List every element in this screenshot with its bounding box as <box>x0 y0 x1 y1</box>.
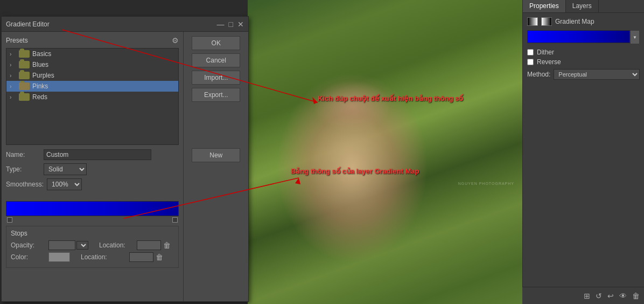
preset-group-purples[interactable]: › Purples <box>6 70 178 81</box>
gear-icon[interactable]: ⚙ <box>172 36 179 45</box>
properties-panel: Properties Layers Gradient Map ▼ Dither … <box>522 0 644 304</box>
export-button[interactable]: Export... <box>192 88 240 102</box>
preset-group-reds[interactable]: › Reds <box>6 92 178 102</box>
photo-background: NGUYEN PHOTOGRAPHY Kích đúp chuột để xuấ… <box>248 0 522 304</box>
dialog-body: Presets ⚙ › Basics › Blues › Pur <box>2 32 248 301</box>
method-row: Method: Perceptual Linear Classic <box>527 69 640 80</box>
opacity-location-input[interactable] <box>137 240 161 250</box>
dither-row: Dither <box>527 49 640 56</box>
toolbar-redo-icon[interactable]: ↺ <box>596 292 602 300</box>
opacity-input[interactable] <box>48 240 75 250</box>
toolbar-delete-icon[interactable]: 🗑 <box>632 292 640 300</box>
preset-arrow-pinks: › <box>10 84 16 89</box>
gradient-stops <box>6 216 179 224</box>
tab-layers[interactable]: Layers <box>566 0 599 12</box>
name-row: Name: <box>6 149 179 160</box>
cancel-button[interactable]: Cancel <box>192 53 240 67</box>
name-input[interactable] <box>44 149 151 160</box>
new-button[interactable]: New <box>192 148 240 162</box>
watermark: NGUYEN PHOTOGRAPHY <box>458 182 514 185</box>
prop-title-text: Gradient Map <box>555 18 594 25</box>
annotation-text-1: Kích đúp chuột để xuất hiện bảng thông s… <box>318 94 463 102</box>
preset-folder-blues <box>19 61 30 68</box>
smoothness-select[interactable]: 100% 75% 50% <box>47 178 82 190</box>
presets-list[interactable]: › Basics › Blues › Purples › Pin <box>6 48 179 145</box>
gradient-stop-left[interactable] <box>7 217 12 223</box>
preset-label-purples: Purples <box>32 72 54 79</box>
smoothness-row: Smoothness: 100% 75% 50% <box>6 178 179 190</box>
opacity-dropdown[interactable]: ▼ <box>76 241 88 250</box>
prop-title-row: Gradient Map <box>527 17 640 26</box>
reverse-checkbox[interactable] <box>527 59 534 65</box>
preset-folder-pinks <box>19 82 30 90</box>
ok-button[interactable]: OK <box>192 36 240 50</box>
toolbar-visibility-icon[interactable]: 👁 <box>619 292 627 300</box>
prop-bw-icon <box>527 17 538 26</box>
reverse-row: Reverse <box>527 58 640 66</box>
presets-title: Presets <box>6 37 28 44</box>
gradient-bar[interactable] <box>6 201 179 216</box>
color-swatch[interactable] <box>48 252 70 262</box>
bottom-toolbar: ⊞ ↺ ↩ 👁 🗑 <box>522 287 644 304</box>
opacity-label: Opacity: <box>11 241 48 249</box>
preset-group-blues[interactable]: › Blues <box>6 59 178 70</box>
toolbar-add-icon[interactable]: ⊞ <box>584 292 590 300</box>
color-row: Color: Location: 🗑 <box>11 252 174 262</box>
stops-title: Stops <box>11 230 174 237</box>
maximize-button[interactable]: □ <box>229 20 233 28</box>
opacity-delete-button[interactable]: 🗑 <box>163 241 171 250</box>
preset-group-basics[interactable]: › Basics <box>6 49 178 59</box>
opacity-location-label: Location: <box>99 241 137 249</box>
properties-content: Gradient Map ▼ Dither Reverse Method: Pe… <box>523 13 644 84</box>
gradient-editor-dialog: Gradient Editor — □ ✕ Presets ⚙ › Basics <box>1 16 249 302</box>
close-button[interactable]: ✕ <box>237 20 244 28</box>
preset-arrow-reds: › <box>10 94 16 100</box>
type-row: Type: Solid Noise <box>6 163 179 175</box>
dither-label: Dither <box>537 49 554 56</box>
color-delete-button[interactable]: 🗑 <box>156 253 163 261</box>
preset-label-blues: Blues <box>32 61 48 68</box>
preset-label-pinks: Pinks <box>32 82 48 90</box>
method-select[interactable]: Perceptual Linear Classic <box>554 69 640 80</box>
method-label: Method: <box>527 71 550 78</box>
smoothness-label: Smoothness: <box>6 181 44 188</box>
presets-panel: Presets ⚙ › Basics › Blues › Pur <box>2 32 184 301</box>
preset-arrow-blues: › <box>10 62 16 68</box>
dialog-title: Gradient Editor <box>6 20 50 28</box>
presets-header: Presets ⚙ <box>6 36 179 45</box>
gradient-stop-right[interactable] <box>172 217 178 223</box>
toolbar-undo-icon[interactable]: ↩ <box>607 292 614 300</box>
gradient-preview-dropdown[interactable]: ▼ <box>630 30 640 44</box>
name-section: Name: Type: Solid Noise Smoothness: 100%… <box>6 145 179 199</box>
properties-tabs: Properties Layers <box>523 0 644 13</box>
dropdown-chevron: ▼ <box>633 35 637 40</box>
opacity-row: Opacity: ▼ Location: 🗑 <box>11 240 174 250</box>
gradient-bar-container <box>6 201 179 224</box>
stops-section: Stops Opacity: ▼ Location: 🗑 Color: Loca… <box>6 226 179 268</box>
preset-folder-purples <box>19 72 30 79</box>
dither-checkbox[interactable] <box>527 49 534 56</box>
titlebar-buttons: — □ ✕ <box>217 20 244 28</box>
annotation-text-2: Bảng thông số của layer Gradient Map <box>291 167 419 175</box>
import-button[interactable]: Import... <box>192 71 240 85</box>
preset-label-basics: Basics <box>32 50 51 58</box>
preset-arrow-basics: › <box>10 51 16 57</box>
gradient-preview-bar[interactable] <box>527 30 630 43</box>
buttons-panel: OK Cancel Import... Export... New <box>184 32 248 301</box>
tab-properties[interactable]: Properties <box>523 0 566 12</box>
photo-composite <box>248 0 522 304</box>
preset-folder-reds <box>19 93 30 101</box>
gradient-preview-row: ▼ <box>527 30 640 44</box>
name-label: Name: <box>6 151 44 158</box>
reverse-label: Reverse <box>537 58 561 66</box>
color-location-label: Location: <box>81 253 118 261</box>
minimize-button[interactable]: — <box>217 20 225 28</box>
preset-label-reds: Reds <box>32 93 47 101</box>
color-location-input[interactable] <box>129 252 153 262</box>
dialog-titlebar: Gradient Editor — □ ✕ <box>2 17 248 32</box>
color-label: Color: <box>11 253 48 261</box>
type-select[interactable]: Solid Noise <box>44 163 87 175</box>
type-label: Type: <box>6 165 44 173</box>
preset-group-pinks[interactable]: › Pinks <box>6 81 178 92</box>
preset-arrow-purples: › <box>10 73 16 79</box>
